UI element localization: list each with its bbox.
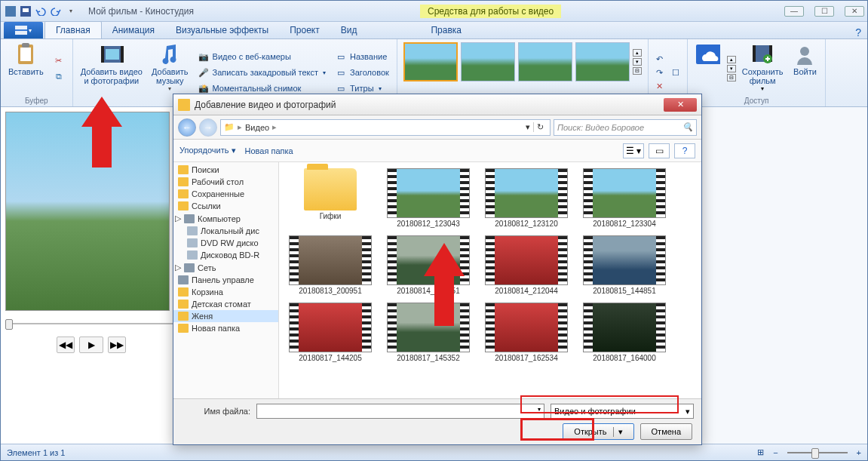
nav-back-button[interactable]: ← — [178, 118, 196, 137]
video-item[interactable]: 20180817_164000 — [578, 301, 671, 364]
video-item[interactable]: 20180812_123304 — [578, 167, 671, 229]
qat-dropdown-icon[interactable]: ▾ — [64, 5, 78, 18]
svg-rect-9 — [101, 46, 104, 63]
tree-item-selected[interactable]: Женя — [173, 310, 278, 322]
crumb-dropdown-icon[interactable]: ▾ — [526, 122, 530, 132]
minimize-button[interactable]: — — [784, 6, 804, 17]
theme-1[interactable] — [403, 42, 458, 81]
filename-input[interactable]: ▾ — [256, 404, 544, 419]
tree-item[interactable]: Новая папка — [173, 322, 278, 334]
play-button[interactable]: ▶ — [79, 337, 103, 353]
preview-toggle-button[interactable]: ▭ — [649, 143, 670, 158]
folder-tree[interactable]: Поиски Рабочий стол Сохраненные Ссылки ▷… — [173, 162, 279, 398]
file-tab[interactable]: ▾ — [4, 22, 43, 38]
header-button[interactable]: ▭Заголовок — [332, 65, 392, 80]
save-movie-button[interactable]: Сохранить фильм ▾ — [739, 41, 787, 96]
tree-item[interactable]: Корзина — [173, 286, 278, 298]
video-item[interactable]: 20180814_103551 — [382, 234, 475, 297]
prev-button[interactable]: ◀◀ — [57, 337, 75, 353]
maximize-button[interactable]: ☐ — [814, 6, 834, 17]
tab-effects[interactable]: Визуальные эффекты — [165, 22, 279, 38]
refresh-icon[interactable]: ↻ — [533, 122, 547, 132]
video-item[interactable]: 20180817_145352 — [382, 301, 475, 364]
select-all-button[interactable]: ☐ — [669, 66, 682, 79]
video-item[interactable]: 20180817_162534 — [480, 301, 573, 364]
add-videos-button[interactable]: Добавить видео и фотографии — [78, 41, 146, 104]
paste-button[interactable]: Вставить — [5, 41, 47, 96]
nav-forward-button[interactable]: → — [199, 118, 217, 137]
zoom-in-button[interactable]: + — [857, 448, 861, 457]
cancel-button[interactable]: Отмена — [640, 423, 692, 440]
tab-view[interactable]: Вид — [330, 22, 368, 38]
gallery-more-icon[interactable]: ⊟ — [633, 67, 642, 75]
qat-redo-icon[interactable] — [49, 5, 63, 18]
narration-button[interactable]: 🎤Записать закадровый текст▾ — [195, 65, 330, 80]
gallery-up-icon[interactable]: ▴ — [633, 49, 642, 57]
tree-network[interactable]: ▷ Сеть — [173, 261, 278, 274]
zoom-out-button[interactable]: − — [773, 448, 778, 457]
tree-item[interactable]: DVD RW диско — [173, 237, 278, 249]
breadcrumb[interactable]: 📁 ▸ Видео ▸ ▾ ↻ — [220, 119, 551, 136]
qat-save-icon[interactable] — [19, 5, 32, 18]
tree-item[interactable]: Ссылки — [173, 200, 278, 212]
tree-computer[interactable]: ▷ Компьютер — [173, 212, 278, 225]
video-item[interactable]: 20180812_123043 — [382, 167, 475, 229]
folder-item[interactable]: Гифки — [284, 167, 377, 229]
video-item[interactable]: 20180815_144851 — [578, 234, 671, 297]
open-button[interactable]: Открыть▾ — [563, 423, 633, 440]
onedrive-icon — [696, 42, 720, 66]
file-name: 20180812_123304 — [593, 220, 655, 228]
file-filter-dropdown[interactable]: Видео и фотографии▾ — [551, 404, 694, 419]
onedrive-button[interactable] — [692, 41, 724, 96]
tree-item[interactable]: Сохраненные — [173, 188, 278, 200]
search-input[interactable]: Поиск: Видео Боровое 🔍 — [554, 119, 697, 136]
tree-item[interactable]: Поиски — [173, 164, 278, 176]
video-item[interactable]: 20180812_123120 — [480, 167, 573, 229]
tree-item[interactable]: Панель управле — [173, 274, 278, 286]
tree-item[interactable]: Рабочий стол — [173, 176, 278, 188]
theme-4[interactable] — [575, 42, 630, 81]
help-button[interactable]: ? — [674, 143, 695, 158]
tab-home[interactable]: Главная — [44, 21, 102, 38]
new-folder-button[interactable]: Новая папка — [245, 146, 293, 155]
tree-item[interactable]: Локальный дис — [173, 225, 278, 237]
delete-button[interactable]: ✕ — [653, 80, 666, 93]
webcam-button[interactable]: 📷Видео с веб-камеры — [195, 49, 330, 64]
gallery-down-icon[interactable]: ▾ — [633, 58, 642, 66]
cut-button[interactable]: ✂ — [50, 53, 68, 68]
video-item[interactable]: 20180814_212044 — [480, 234, 573, 297]
video-item[interactable]: 20180817_144205 — [284, 301, 377, 364]
zoom-slider[interactable] — [787, 452, 848, 453]
tab-edit[interactable]: Правка — [420, 22, 472, 38]
title-button[interactable]: ▭Название — [332, 49, 392, 64]
theme-2[interactable] — [461, 42, 515, 81]
next-button[interactable]: ▶▶ — [108, 337, 126, 353]
share-down-icon[interactable]: ▾ — [727, 65, 736, 72]
rotate-left-button[interactable]: ↶ — [653, 53, 666, 66]
view-mode-icon[interactable]: ⊞ — [757, 447, 764, 457]
tree-item[interactable]: Детская стомат — [173, 298, 278, 310]
dialog-close-button[interactable]: ✕ — [664, 98, 697, 112]
theme-3[interactable] — [518, 42, 572, 81]
crumb-video[interactable]: Видео — [245, 123, 269, 132]
tree-item[interactable]: Дисковод BD-R — [173, 249, 278, 261]
share-more-icon[interactable]: ⊟ — [727, 74, 736, 81]
view-mode-button[interactable]: ☰ ▾ — [623, 143, 644, 158]
share-up-icon[interactable]: ▴ — [727, 56, 736, 63]
tab-project[interactable]: Проект — [279, 22, 330, 38]
video-item[interactable]: 20180813_200951 — [284, 234, 377, 297]
help-icon[interactable]: ? — [855, 26, 861, 38]
copy-button[interactable]: ⧉ — [50, 69, 68, 84]
timeline-slider[interactable] — [5, 323, 177, 324]
tab-animation[interactable]: Анимация — [102, 22, 165, 38]
crumb-sep-icon: ▸ — [238, 122, 242, 132]
dialog-nav: ← → 📁 ▸ Видео ▸ ▾ ↻ Поиск: Видео Боровое… — [173, 115, 701, 140]
qat-undo-icon[interactable] — [34, 5, 48, 18]
sign-in-button[interactable]: Войти — [789, 41, 820, 96]
group-share: ▴ ▾ ⊟ Сохранить фильм ▾ Войти Доступ — [688, 39, 827, 106]
organize-button[interactable]: Упорядочить ▾ — [179, 146, 236, 155]
sign-in-label: Войти — [793, 67, 817, 76]
file-list[interactable]: Гифки20180812_12304320180812_12312020180… — [279, 162, 701, 398]
rotate-right-button[interactable]: ↷ — [653, 66, 666, 79]
close-button[interactable]: ✕ — [845, 6, 864, 17]
